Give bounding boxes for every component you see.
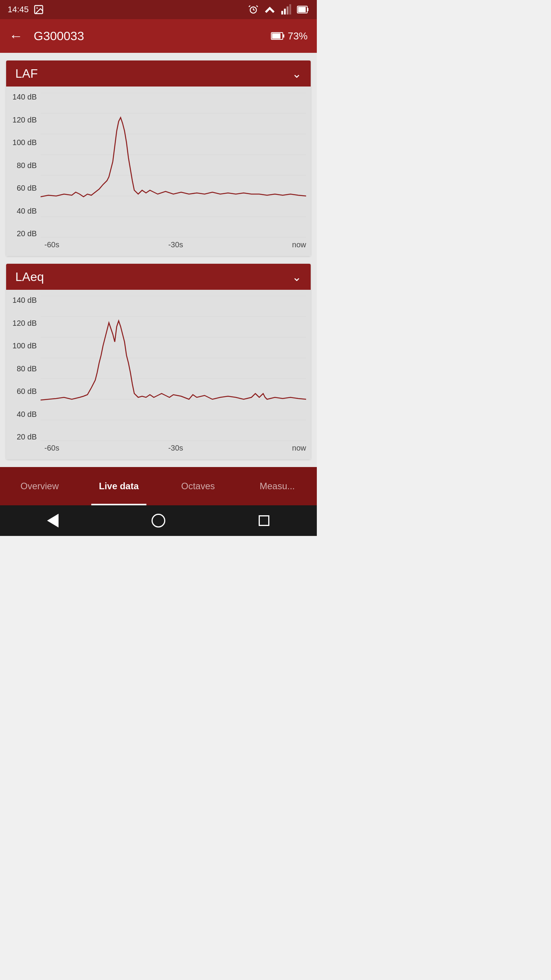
back-button[interactable]: ← bbox=[9, 28, 23, 44]
laeq-chart-svg bbox=[41, 296, 306, 441]
nav-label-measurements: Measu... bbox=[259, 481, 295, 492]
page-title: G300033 bbox=[34, 29, 271, 43]
laf-y-axis: 140 dB 120 dB 100 dB 80 dB 60 dB 40 dB 2… bbox=[6, 93, 41, 238]
laeq-x-axis: -60s -30s now bbox=[6, 441, 311, 456]
laf-x-axis: -60s -30s now bbox=[6, 238, 311, 253]
battery-icon bbox=[297, 5, 309, 14]
svg-rect-11 bbox=[289, 4, 291, 15]
laf-chart-svg bbox=[41, 93, 306, 238]
wifi-icon bbox=[264, 4, 276, 15]
nav-item-live-data[interactable]: Live data bbox=[79, 467, 158, 505]
svg-line-5 bbox=[249, 6, 250, 7]
system-nav-bar bbox=[0, 505, 317, 536]
time-display: 14:45 bbox=[8, 5, 29, 15]
svg-point-1 bbox=[36, 7, 38, 9]
laf-chart-area: 140 dB 120 dB 100 dB 80 dB 60 dB 40 dB 2… bbox=[6, 93, 311, 238]
laf-collapse-icon[interactable]: ⌄ bbox=[292, 67, 302, 80]
laeq-chart-area: 140 dB 120 dB 100 dB 80 dB 60 dB 40 dB 2… bbox=[6, 296, 311, 441]
image-icon bbox=[33, 4, 44, 15]
battery-detail-icon bbox=[271, 32, 285, 40]
svg-line-6 bbox=[256, 6, 258, 7]
svg-rect-17 bbox=[272, 33, 280, 39]
back-nav-icon bbox=[47, 514, 59, 528]
laeq-chart-title: LAeq bbox=[15, 270, 44, 284]
svg-marker-7 bbox=[265, 7, 275, 13]
nav-item-octaves[interactable]: Octaves bbox=[158, 467, 238, 505]
nav-label-live-data: Live data bbox=[99, 481, 139, 492]
laeq-chart-body: 140 dB 120 dB 100 dB 80 dB 60 dB 40 dB 2… bbox=[6, 290, 311, 459]
svg-rect-9 bbox=[284, 9, 286, 15]
laeq-chart-header[interactable]: LAeq ⌄ bbox=[6, 264, 311, 290]
battery-percent: 73% bbox=[288, 30, 308, 42]
laf-chart-title: LAF bbox=[15, 67, 38, 81]
signal-icon bbox=[281, 4, 292, 15]
nav-label-overview: Overview bbox=[20, 481, 59, 492]
home-nav-icon bbox=[152, 514, 165, 528]
laf-chart-body: 140 dB 120 dB 100 dB 80 dB 60 dB 40 dB 2… bbox=[6, 87, 311, 256]
laeq-collapse-icon[interactable]: ⌄ bbox=[292, 270, 302, 284]
main-content: LAF ⌄ 140 dB 120 dB 100 dB 80 dB 60 dB 4… bbox=[0, 53, 317, 467]
status-bar: 14:45 bbox=[0, 0, 317, 19]
recent-nav-icon bbox=[259, 515, 269, 526]
svg-rect-16 bbox=[283, 34, 284, 38]
battery-info: 73% bbox=[271, 30, 308, 42]
svg-rect-14 bbox=[298, 7, 306, 12]
alarm-icon bbox=[248, 4, 259, 15]
nav-item-measurements[interactable]: Measu... bbox=[238, 467, 317, 505]
system-home-button[interactable] bbox=[147, 509, 170, 532]
bottom-navigation: Overview Live data Octaves Measu... bbox=[0, 467, 317, 505]
laf-chart-header[interactable]: LAF ⌄ bbox=[6, 60, 311, 87]
svg-rect-10 bbox=[287, 7, 289, 15]
nav-label-octaves: Octaves bbox=[181, 481, 215, 492]
svg-rect-13 bbox=[307, 8, 308, 11]
system-recent-button[interactable] bbox=[253, 509, 276, 532]
system-back-button[interactable] bbox=[41, 509, 64, 532]
laf-chart-card: LAF ⌄ 140 dB 120 dB 100 dB 80 dB 60 dB 4… bbox=[6, 60, 311, 256]
svg-rect-8 bbox=[281, 11, 283, 15]
laeq-y-axis: 140 dB 120 dB 100 dB 80 dB 60 dB 40 dB 2… bbox=[6, 296, 41, 441]
nav-item-overview[interactable]: Overview bbox=[0, 467, 79, 505]
laeq-chart-card: LAeq ⌄ 140 dB 120 dB 100 dB 80 dB 60 dB … bbox=[6, 264, 311, 459]
app-bar: ← G300033 73% bbox=[0, 19, 317, 53]
